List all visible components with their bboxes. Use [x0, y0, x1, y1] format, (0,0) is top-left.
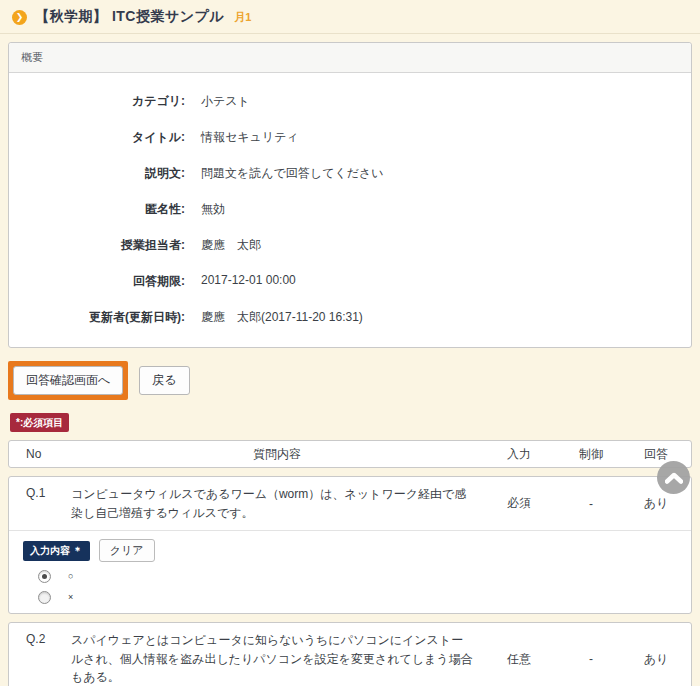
- field-row-anonymity: 匿名性: 無効: [9, 191, 691, 227]
- field-label: 回答期限:: [9, 273, 201, 290]
- field-row-updated-by: 更新者(更新日時): 慶應 太郎(2017-11-20 16:31): [9, 299, 691, 335]
- column-header-input: 入力: [483, 446, 555, 463]
- radio-option-row: ○: [38, 569, 677, 583]
- input-content-badge: 入力内容 ＊: [23, 541, 90, 561]
- field-label: 授業担当者:: [9, 237, 201, 254]
- overview-panel: 概要 カテゴリ: 小テスト タイトル: 情報セキュリティ 説明文: 問題文を読ん…: [8, 42, 692, 348]
- column-header-control: 制御: [555, 446, 627, 463]
- field-label: カテゴリ:: [9, 93, 201, 110]
- top-actions: 回答確認画面へ 戻る: [8, 361, 692, 400]
- field-value: 慶應 太郎(2017-11-20 16:31): [201, 309, 363, 326]
- field-row-instructor: 授業担当者: 慶應 太郎: [9, 227, 691, 263]
- question-row: Q.1 コンピュータウィルスであるワーム（worm）は、ネットワーク経由で感染し…: [9, 477, 691, 531]
- question-number: Q.1: [9, 485, 71, 500]
- required-fields-badge: *:必須項目: [10, 413, 69, 432]
- question-answer-status: あり: [627, 651, 685, 668]
- question-row: Q.2 スパイウェアとはコンピュータに知らないうちにパソコンにインストールされ、…: [9, 623, 691, 686]
- chevron-up-icon: [665, 472, 683, 484]
- course-period-label: 月1: [234, 10, 251, 25]
- field-value: 小テスト: [201, 93, 250, 110]
- page-title: 【秋学期】 ITC授業サンプル: [35, 8, 224, 26]
- question-number: Q.2: [9, 631, 71, 646]
- field-value: 2017-12-01 00:00: [201, 273, 296, 287]
- overview-panel-title: 概要: [9, 43, 691, 73]
- clear-button[interactable]: クリア: [99, 539, 155, 562]
- question-table-header: No 質問内容 入力 制御 回答: [8, 440, 692, 468]
- column-header-question: 質問内容: [71, 446, 483, 463]
- question-control: -: [555, 497, 627, 511]
- field-label: 匿名性:: [9, 201, 201, 218]
- field-label: 更新者(更新日時):: [9, 309, 201, 326]
- field-label: タイトル:: [9, 129, 201, 146]
- radio-option-label: ×: [68, 592, 73, 602]
- question-block-1: Q.1 コンピュータウィルスであるワーム（worm）は、ネットワーク経由で感染し…: [8, 476, 692, 614]
- overview-panel-body: カテゴリ: 小テスト タイトル: 情報セキュリティ 説明文: 問題文を読んで回答…: [9, 73, 691, 347]
- question-input-type: 必須: [483, 495, 555, 512]
- field-row-description: 説明文: 問題文を読んで回答してください: [9, 155, 691, 191]
- field-value: 無効: [201, 201, 225, 218]
- field-label: 説明文:: [9, 165, 201, 182]
- question-control: -: [555, 652, 627, 666]
- question-text: コンピュータウィルスであるワーム（worm）は、ネットワーク経由で感染し自己増殖…: [71, 485, 483, 522]
- annotation-highlight-box: 回答確認画面へ: [8, 361, 128, 400]
- radio-option-label: ○: [68, 571, 73, 581]
- question-text: スパイウェアとはコンピュータに知らないうちにパソコンにインストールされ、個人情報…: [71, 631, 483, 686]
- confirm-answers-button[interactable]: 回答確認画面へ: [13, 366, 123, 395]
- question-input-type: 任意: [483, 651, 555, 668]
- input-badge-row: 入力内容 ＊ クリア: [23, 539, 677, 562]
- field-row-category: カテゴリ: 小テスト: [9, 83, 691, 119]
- column-header-answer: 回答: [627, 446, 685, 463]
- field-row-deadline: 回答期限: 2017-12-01 00:00: [9, 263, 691, 299]
- field-row-title: タイトル: 情報セキュリティ: [9, 119, 691, 155]
- question-block-2: Q.2 スパイウェアとはコンピュータに知らないうちにパソコンにインストールされ、…: [8, 622, 692, 686]
- scroll-to-top-button[interactable]: [657, 461, 690, 494]
- radio-button-maru[interactable]: [38, 570, 51, 583]
- back-button[interactable]: 戻る: [139, 366, 189, 395]
- column-header-no: No: [9, 447, 71, 461]
- chevron-right-circle-icon: ❯: [12, 10, 27, 25]
- question-answer-status: あり: [627, 495, 685, 512]
- field-value: 慶應 太郎: [201, 237, 261, 254]
- field-value: 問題文を読んで回答してください: [201, 165, 384, 182]
- radio-option-row: ×: [38, 590, 677, 604]
- page-header: ❯ 【秋学期】 ITC授業サンプル 月1: [0, 0, 700, 34]
- radio-button-batsu[interactable]: [38, 591, 51, 604]
- field-value: 情報セキュリティ: [201, 129, 299, 146]
- answer-input-area: 入力内容 ＊ クリア ○ ×: [9, 531, 691, 613]
